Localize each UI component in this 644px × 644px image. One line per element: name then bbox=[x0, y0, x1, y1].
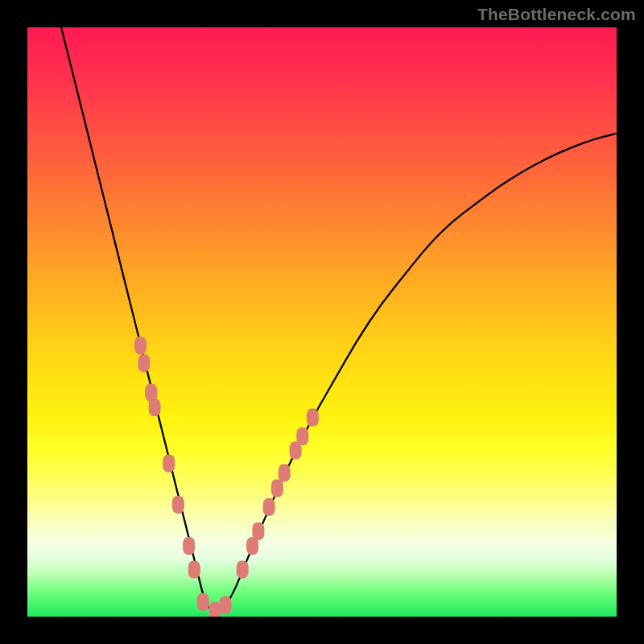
curve-marker bbox=[279, 464, 291, 481]
plot-area bbox=[27, 27, 617, 617]
curve-marker bbox=[183, 537, 195, 555]
curve-marker bbox=[263, 498, 275, 516]
curve-marker bbox=[307, 409, 319, 427]
curve-marker bbox=[197, 593, 209, 611]
curve-marker bbox=[134, 336, 147, 354]
curve-marker bbox=[237, 560, 249, 578]
curve-marker bbox=[296, 427, 308, 445]
curve-marker bbox=[208, 602, 221, 617]
curve-marker bbox=[149, 398, 161, 416]
chart-frame: TheBottleneck.com bbox=[0, 0, 644, 644]
watermark-text: TheBottleneck.com bbox=[477, 5, 636, 24]
curve-marker bbox=[163, 455, 175, 473]
marker-group bbox=[134, 336, 319, 617]
curve-marker bbox=[188, 560, 200, 578]
curve-marker bbox=[220, 596, 232, 613]
chart-svg bbox=[27, 27, 617, 617]
curve-marker bbox=[252, 522, 264, 540]
bottleneck-curve-path bbox=[57, 27, 617, 611]
curve-marker bbox=[172, 496, 184, 514]
curve-marker bbox=[271, 479, 283, 497]
curve-marker bbox=[138, 354, 150, 372]
